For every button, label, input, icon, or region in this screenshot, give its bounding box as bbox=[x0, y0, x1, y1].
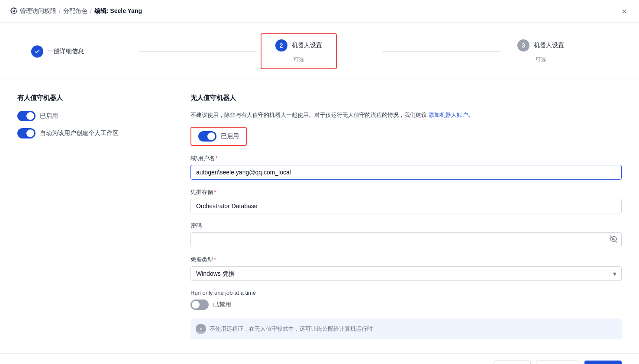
step-1-circle bbox=[31, 45, 43, 58]
main-content: 有人值守机器人 已启用 自动为该用户创建个人工作区 无人值守机器人 不建议使用 bbox=[0, 80, 639, 353]
run-one-job-toggle[interactable] bbox=[190, 300, 209, 310]
close-button[interactable]: × bbox=[620, 5, 629, 17]
run-one-job-toggle-slider bbox=[190, 300, 209, 310]
modal-header: 管理访问权限 / 分配角色 / 编辑: Seele Yang × bbox=[0, 0, 639, 23]
eye-icon[interactable] bbox=[610, 235, 617, 245]
attended-toggle-2-slider bbox=[17, 128, 36, 139]
unattended-title: 无人值守机器人 bbox=[190, 94, 622, 102]
attended-toggle-1-slider bbox=[17, 111, 36, 121]
password-group: 密码 bbox=[190, 222, 622, 247]
credential-store-group: 凭据存储* bbox=[190, 188, 622, 213]
unattended-toggle[interactable] bbox=[198, 131, 216, 142]
credential-type-select[interactable]: Windows 凭据 CyberArk HashiCorp Vault bbox=[190, 266, 622, 281]
credential-store-input[interactable] bbox=[190, 199, 622, 213]
domain-username-label: 域\用户名* bbox=[190, 155, 622, 162]
domain-username-group: 域\用户名* bbox=[190, 155, 622, 180]
run-one-job-group: Run only one job at a time 已禁用 bbox=[190, 290, 622, 310]
step-connector-2 bbox=[382, 51, 500, 52]
step-connector-1 bbox=[139, 51, 257, 52]
attended-toggle-2-label: 自动为该用户创建个人工作区 bbox=[40, 129, 119, 137]
unattended-toggle-label: 已启用 bbox=[221, 132, 239, 140]
attended-toggle-1[interactable] bbox=[17, 111, 36, 121]
run-one-job-toggle-label: 已禁用 bbox=[213, 301, 231, 309]
svg-point-2 bbox=[200, 328, 202, 329]
breadcrumb-settings-icon bbox=[10, 7, 17, 16]
attended-toggle-1-label: 已启用 bbox=[40, 112, 58, 120]
step-3-box: 3 机器人设置 可选 bbox=[503, 34, 578, 68]
steps-container: 一般详细信息 2 机器人设置 可选 bbox=[0, 23, 639, 80]
attended-toggle-2-row: 自动为该用户创建个人工作区 bbox=[17, 128, 156, 139]
modal-footer: 取消 返回 下一步 更新 bbox=[0, 353, 639, 364]
attended-title: 有人值守机器人 bbox=[17, 94, 156, 102]
breadcrumb-item-2: 分配角色 bbox=[63, 7, 87, 15]
next-button[interactable]: 下一步 bbox=[536, 361, 579, 364]
password-input-wrapper bbox=[190, 232, 622, 247]
back-button[interactable]: 返回 bbox=[494, 361, 531, 364]
unattended-section: 无人值守机器人 不建议使用，除非与有人值守的机器人一起使用。对于仅运行无人值守的… bbox=[190, 94, 622, 339]
modal-container: 管理访问权限 / 分配角色 / 编辑: Seele Yang × 一般详细信息 bbox=[0, 0, 639, 364]
breadcrumb-item-3: 编辑: Seele Yang bbox=[94, 7, 142, 15]
step-3: 3 机器人设置 可选 bbox=[503, 34, 622, 68]
step-2-sublabel: 可选 bbox=[294, 56, 304, 63]
cancel-button[interactable]: 取消 bbox=[451, 361, 488, 364]
step-2: 2 机器人设置 可选 bbox=[261, 33, 379, 69]
password-label: 密码 bbox=[190, 222, 622, 230]
run-one-job-label: Run only one job at a time bbox=[190, 290, 622, 296]
step-1-box: 一般详细信息 bbox=[17, 40, 98, 63]
step-2-circle: 2 bbox=[275, 39, 287, 52]
unattended-toggle-slider bbox=[198, 131, 216, 142]
domain-username-input[interactable] bbox=[190, 165, 622, 180]
attended-toggle-1-row: 已启用 bbox=[17, 111, 156, 121]
credential-type-label: 凭据类型* bbox=[190, 256, 622, 264]
credential-type-group: 凭据类型* Windows 凭据 CyberArk HashiCorp Vaul… bbox=[190, 256, 622, 281]
credential-store-label: 凭据存储* bbox=[190, 188, 622, 196]
step-3-circle: 3 bbox=[517, 39, 529, 52]
partial-row: 不使用远程证，在无人值守模式中，远可让统公配给计算机运行时 bbox=[190, 319, 622, 339]
breadcrumb-sep-2: / bbox=[90, 8, 92, 15]
partial-circle bbox=[196, 324, 206, 334]
run-one-job-toggle-row: 已禁用 bbox=[190, 300, 622, 310]
breadcrumb-item-1: 管理访问权限 bbox=[20, 7, 56, 15]
unattended-toggle-bordered: 已启用 bbox=[190, 127, 247, 146]
step-2-box: 2 机器人设置 可选 bbox=[261, 33, 337, 69]
password-input[interactable] bbox=[190, 232, 622, 247]
update-button[interactable]: 更新 bbox=[584, 361, 622, 364]
partial-text: 不使用远程证，在无人值守模式中，远可让统公配给计算机运行时 bbox=[210, 325, 373, 333]
step-2-label: 机器人设置 bbox=[292, 42, 322, 49]
unattended-link[interactable]: 添加机器人账户。 bbox=[429, 112, 474, 118]
step-3-label: 机器人设置 bbox=[534, 42, 564, 49]
svg-point-0 bbox=[13, 10, 15, 12]
step-3-sublabel: 可选 bbox=[536, 56, 546, 63]
step-1-label: 一般详细信息 bbox=[48, 48, 84, 55]
breadcrumb: 管理访问权限 / 分配角色 / 编辑: Seele Yang bbox=[10, 7, 142, 16]
attended-toggle-2[interactable] bbox=[17, 128, 36, 139]
step-1: 一般详细信息 bbox=[17, 40, 136, 63]
credential-type-select-wrapper: Windows 凭据 CyberArk HashiCorp Vault bbox=[190, 266, 622, 281]
unattended-info: 不建议使用，除非与有人值守的机器人一起使用。对于仅运行无人值守的流程的情况，我们… bbox=[190, 111, 622, 120]
attended-section: 有人值守机器人 已启用 自动为该用户创建个人工作区 bbox=[17, 94, 156, 339]
partial-content: 不使用远程证，在无人值守模式中，远可让统公配给计算机运行时 bbox=[196, 324, 616, 334]
breadcrumb-sep-1: / bbox=[59, 8, 61, 15]
